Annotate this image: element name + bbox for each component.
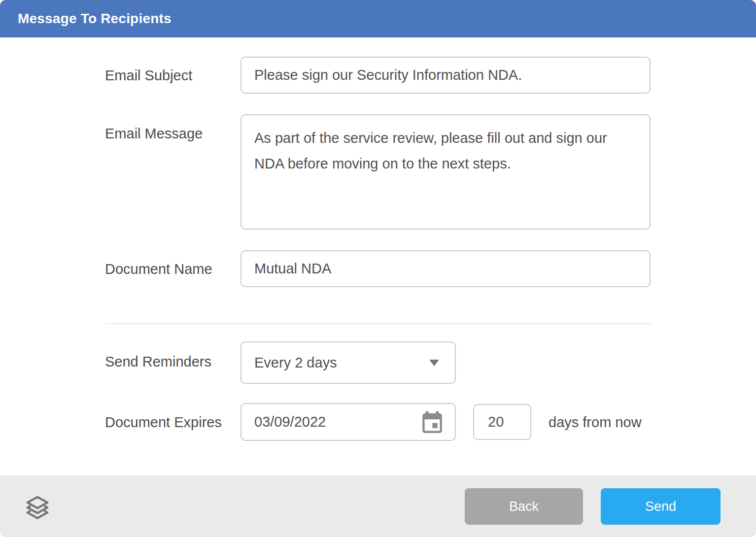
document-name-input[interactable]: [241, 250, 651, 287]
send-button[interactable]: Send: [601, 488, 721, 525]
message-to-recipients-dialog: Message To Recipients Email Subject Emai…: [0, 0, 756, 537]
days-from-now-label: days from now: [549, 414, 642, 431]
section-divider: [105, 323, 651, 324]
dialog-title: Message To Recipients: [18, 11, 172, 27]
document-expires-date-value: 03/09/2022: [254, 414, 326, 430]
calendar-icon[interactable]: [421, 411, 443, 434]
send-reminders-selected-value: Every 2 days: [254, 355, 337, 371]
document-name-label: Document Name: [105, 261, 212, 277]
back-button[interactable]: Back: [465, 488, 583, 525]
send-reminders-select[interactable]: Every 2 days: [241, 341, 456, 384]
document-expires-date-input[interactable]: 03/09/2022: [241, 403, 456, 441]
email-message-textarea[interactable]: As part of the service review, please fi…: [241, 114, 651, 230]
send-reminders-label: Send Reminders: [105, 353, 211, 370]
email-message-label: Email Message: [105, 125, 203, 142]
email-subject-label: Email Subject: [105, 67, 192, 84]
document-expires-label: Document Expires: [105, 414, 222, 431]
layers-icon: [24, 494, 51, 521]
expiry-days-input[interactable]: [473, 404, 531, 440]
dialog-footer: Back Send: [0, 475, 756, 537]
dialog-header: Message To Recipients: [0, 0, 756, 37]
email-subject-input[interactable]: [241, 57, 651, 94]
chevron-down-icon: [429, 360, 439, 366]
